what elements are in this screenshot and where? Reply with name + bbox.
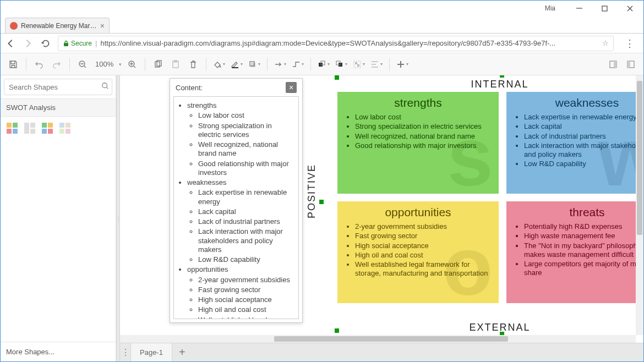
fill-color-button[interactable] — [212, 57, 226, 72]
waypoints-button[interactable] — [291, 57, 305, 72]
browser-menu-button[interactable]: ⋮ — [620, 37, 639, 50]
diagram-canvas[interactable]: Content: × strengthsLow labor costStrong… — [120, 75, 643, 343]
window-close-button[interactable] — [617, 1, 642, 16]
forward-button[interactable] — [23, 38, 34, 49]
sidebar-splitter[interactable]: ⋮ — [116, 75, 120, 361]
window-title-bar: Mia — [1, 1, 643, 16]
line-color-button[interactable] — [230, 57, 244, 72]
palette-body — [1, 117, 116, 140]
list-item: Lack expertise in renewable energy — [524, 113, 643, 122]
content-panel-body[interactable]: strengthsLow labor costStrong specializa… — [173, 96, 299, 319]
zoom-level[interactable]: 100% — [95, 60, 113, 68]
swot-shape-1[interactable] — [6, 122, 18, 134]
content-panel-close-button[interactable]: × — [286, 82, 297, 93]
search-shapes-field[interactable] — [4, 79, 112, 95]
list-item: Large competitors get majority of market… — [524, 260, 643, 278]
browser-tab-title: Renewable Energy Marke — [21, 22, 97, 30]
window-maximize-button[interactable] — [592, 1, 617, 16]
v-scrollbar[interactable] — [636, 75, 643, 335]
more-shapes-button[interactable]: More Shapes... — [1, 342, 116, 361]
svg-rect-36 — [66, 123, 70, 128]
card-title: strengths — [344, 96, 492, 109]
copy-button[interactable] — [151, 57, 165, 72]
page-tab[interactable]: Page-1 — [131, 343, 172, 362]
swot-shape-4[interactable] — [59, 122, 71, 134]
connector-style-button[interactable] — [273, 57, 287, 72]
bookmark-icon[interactable]: ☆ — [602, 39, 609, 47]
app-toolbar: 100%▾ — [1, 53, 643, 75]
content-item: Low labor cost — [198, 111, 296, 120]
page-tabs-menu[interactable]: ⋮ — [120, 343, 131, 362]
shadow-button[interactable] — [247, 57, 261, 72]
swot-card-threats[interactable]: t threats Potentially high R&D expensesH… — [506, 201, 643, 303]
axis-positive: POSITIVE — [306, 164, 318, 218]
svg-rect-38 — [66, 129, 70, 134]
to-back-button[interactable] — [334, 57, 348, 72]
list-item: High oil and coal cost — [355, 251, 492, 260]
swot-shape-2[interactable] — [24, 122, 36, 134]
content-item: Lack interaction with major stakeholders… — [198, 227, 296, 254]
h-scrollbar[interactable] — [120, 335, 636, 343]
svg-point-23 — [102, 83, 107, 88]
svg-rect-22 — [627, 61, 630, 68]
zoom-out-button[interactable] — [75, 57, 90, 72]
window-minimize-button[interactable] — [566, 1, 592, 16]
swot-card-strengths[interactable]: s strengths Low labor costStrong special… — [337, 92, 499, 194]
browser-tab[interactable]: Renewable Energy Marke × — [5, 18, 110, 33]
list-item: Well recognized, national brand name — [355, 132, 492, 141]
list-item: High social acceptance — [355, 242, 492, 250]
group-button[interactable] — [352, 57, 366, 72]
svg-rect-24 — [7, 123, 12, 128]
back-button[interactable] — [5, 38, 16, 49]
delete-button[interactable] — [186, 57, 200, 72]
add-page-button[interactable]: + — [172, 343, 192, 362]
to-front-button[interactable] — [316, 57, 331, 72]
svg-rect-25 — [13, 123, 18, 128]
content-section: opportunities2-year government subsidies… — [187, 265, 296, 319]
reload-button[interactable] — [40, 38, 51, 49]
palette-header[interactable]: SWOT Analysis — [1, 98, 116, 117]
svg-rect-17 — [355, 62, 357, 64]
svg-rect-31 — [42, 123, 47, 128]
redo-button[interactable] — [50, 57, 64, 72]
browser-tabstrip: Renewable Energy Marke × — [1, 16, 643, 34]
save-button[interactable] — [6, 57, 20, 72]
secure-badge: Secure — [63, 40, 92, 47]
zoom-in-button[interactable] — [125, 57, 139, 72]
content-section: strengthsLow labor costStrong specializa… — [187, 101, 296, 177]
svg-rect-18 — [357, 64, 359, 67]
swot-shape-3[interactable] — [41, 122, 53, 134]
svg-rect-0 — [602, 6, 607, 11]
url-field[interactable]: Secure | https://online.visual-paradigm.… — [58, 36, 614, 51]
svg-rect-35 — [59, 123, 64, 128]
insert-button[interactable] — [395, 57, 410, 72]
list-item: Lack capital — [524, 122, 643, 131]
tab-close-icon[interactable]: × — [100, 21, 105, 30]
svg-rect-11 — [251, 63, 255, 67]
list-item: The "Not in my backyard" philosophy make… — [524, 242, 643, 260]
svg-rect-28 — [24, 123, 29, 134]
swot-card-weaknesses[interactable]: w weaknesses Lack expertise in renewable… — [506, 92, 643, 194]
browser-address-bar: Secure | https://online.visual-paradigm.… — [1, 34, 643, 53]
list-item: High waste management fee — [524, 232, 643, 240]
align-button[interactable] — [369, 57, 384, 72]
search-input[interactable] — [9, 83, 101, 91]
card-title: threats — [513, 206, 643, 219]
content-item: 2-year government subsidies — [198, 276, 296, 284]
list-item: Low labor cost — [355, 113, 492, 122]
svg-rect-34 — [48, 129, 53, 134]
outline-panel-button[interactable] — [624, 57, 638, 72]
content-panel-title: Content: — [176, 84, 203, 92]
favicon-icon — [10, 22, 18, 30]
undo-button[interactable] — [32, 57, 46, 72]
format-panel-button[interactable] — [606, 57, 620, 72]
swot-card-opportunities[interactable]: o opportunities 2-year government subsid… — [337, 201, 499, 303]
svg-rect-30 — [30, 129, 35, 134]
svg-rect-20 — [614, 61, 616, 68]
window-user: Mia — [545, 4, 555, 12]
svg-rect-37 — [59, 129, 64, 134]
content-section: weaknessesLack expertise in renewable en… — [187, 178, 296, 264]
svg-point-8 — [220, 65, 221, 67]
svg-rect-9 — [232, 67, 238, 68]
paste-button[interactable] — [168, 57, 183, 72]
